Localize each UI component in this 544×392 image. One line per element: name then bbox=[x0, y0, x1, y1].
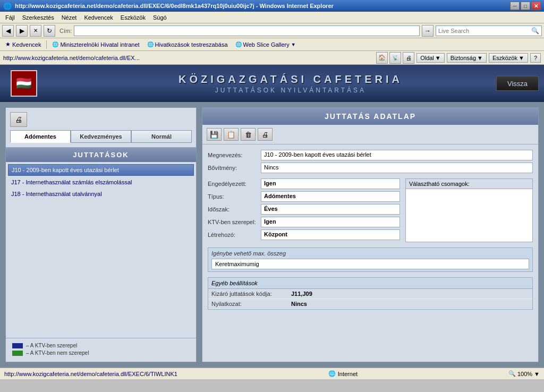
toolbar-icons: 🏠 📡 🖨 bbox=[376, 52, 414, 64]
favorites-button[interactable]: ★ Kedvencek bbox=[3, 40, 43, 48]
eszközök-button[interactable]: Eszközök ▼ bbox=[489, 53, 528, 63]
zoom-control: 🔍 100% ▼ bbox=[508, 370, 540, 377]
back-button[interactable]: ◀ bbox=[2, 25, 14, 37]
left-panel-top: 🖨 Adómentes Kedvezményes Normál bbox=[6, 108, 196, 148]
address-input[interactable]: http://www.kozigcafeteria.net/demo/cafet… bbox=[74, 25, 420, 36]
list-item-j18[interactable]: J18 - Internethasználat utalvánnyal bbox=[8, 189, 194, 199]
legend-color-green bbox=[12, 351, 23, 356]
app-title: KÖZIGAZGATÁSI CAFETERIA bbox=[48, 73, 533, 86]
right-panel: JUTTATÁS ADATLAP 💾 📋 🗑 🖨 Megnevezés: J10… bbox=[202, 107, 539, 362]
igeny-header: Igénybe vehető max. összeg bbox=[211, 250, 529, 257]
field-label-4: Létrehozó: bbox=[208, 232, 261, 238]
tab-kedvezmenyes[interactable]: Kedvezményes bbox=[71, 130, 131, 143]
megnevezes-row: Megnevezés: J10 - 2009-ben kapott éves u… bbox=[208, 150, 533, 160]
zoom-icon[interactable]: 🔍 bbox=[508, 370, 516, 377]
field-label-0: Engedélyezett: bbox=[208, 181, 261, 187]
egyeb-header: Egyéb beállítások bbox=[208, 278, 532, 289]
forward-button[interactable]: ▶ bbox=[16, 25, 28, 37]
field-value-1: Adómentes bbox=[261, 191, 400, 202]
field-value-3: Igen bbox=[261, 217, 400, 227]
valaszthato-box: Választható csomagok: bbox=[405, 178, 533, 242]
rt-copy-button[interactable]: 📋 bbox=[224, 128, 239, 141]
internet-icon: 🌐 bbox=[328, 370, 336, 377]
egyeb-label-1: Nyilatkozat: bbox=[211, 301, 291, 307]
content-area: 🖨 Adómentes Kedvezményes Normál JUTTATÁS… bbox=[0, 102, 544, 368]
menu-help[interactable]: Súgó bbox=[150, 13, 170, 22]
page-button[interactable]: Oldal ▼ bbox=[416, 53, 445, 63]
vissza-button[interactable]: Vissza bbox=[496, 76, 539, 91]
field-row-4: Létrehozó: Központ bbox=[208, 229, 400, 240]
menu-edit[interactable]: Szerkesztés bbox=[19, 13, 57, 22]
search-input[interactable] bbox=[438, 28, 531, 34]
legend-label-blue: – A KTV-ben szerepel bbox=[26, 343, 77, 348]
list-item-j17[interactable]: J17 - Internethasználat számlás elszámol… bbox=[8, 177, 194, 188]
close-button[interactable]: ✕ bbox=[531, 2, 541, 10]
app-header: 🇭🇺 KÖZIGAZGATÁSI CAFETERIA JUTTATÁSOK NY… bbox=[0, 65, 544, 102]
title-bar: 🌐 http://www.kozigcafeteria.net/demo/caf… bbox=[0, 0, 544, 12]
help-button[interactable]: ? bbox=[530, 53, 541, 63]
legend-item-green: – A KTV-ben nem szerepel bbox=[12, 350, 190, 356]
valaszthato-content bbox=[406, 189, 532, 232]
print-button[interactable]: 🖨 bbox=[10, 112, 27, 127]
rt-delete-button[interactable]: 🗑 bbox=[241, 128, 256, 141]
second-toolbar: http://www.kozigcafeteria.net/demo/cafet… bbox=[0, 51, 544, 65]
list-item-j10[interactable]: J10 - 2009-ben kapott éves utazási bérle… bbox=[8, 164, 194, 176]
menu-file[interactable]: Fájl bbox=[2, 13, 18, 22]
toolbar-right: 🏠 📡 🖨 Oldal ▼ Biztonság ▼ Eszközök ▼ ? bbox=[376, 52, 541, 64]
tab-row: Adómentes Kedvezményes Normál bbox=[10, 130, 192, 143]
menu-tools[interactable]: Eszközök bbox=[117, 13, 149, 22]
maximize-button[interactable]: □ bbox=[521, 2, 530, 10]
legend-color-blue bbox=[12, 343, 23, 348]
favorites-bar: ★ Kedvencek 🌐 Miniszterelnöki Hivatal in… bbox=[0, 38, 544, 51]
fav-item-ministerium[interactable]: 🌐 Miniszterelnöki Hivatal intranet bbox=[50, 41, 141, 48]
field-value-2: Éves bbox=[261, 204, 400, 215]
refresh-button[interactable]: ↻ bbox=[44, 25, 55, 37]
field-row-2: Időszak: Éves bbox=[208, 204, 400, 215]
title-text: http://www.kozigcafeteria.net/demo/cafet… bbox=[15, 3, 510, 9]
field-label-1: Típus: bbox=[208, 193, 261, 200]
print-icon[interactable]: 🖨 bbox=[403, 52, 414, 64]
form-content: Megnevezés: J10 - 2009-ben kapott éves u… bbox=[202, 144, 538, 362]
bovitmeny-value: Nincs bbox=[261, 163, 533, 173]
security-button[interactable]: Biztonság ▼ bbox=[447, 53, 487, 63]
favorites-label: Kedvencek bbox=[12, 41, 41, 48]
window-buttons: ─ □ ✕ bbox=[510, 2, 541, 10]
status-bar: http://www.kozigcafeteria.net/demo/cafet… bbox=[0, 368, 544, 379]
minimize-button[interactable]: ─ bbox=[510, 2, 520, 10]
app-icon: 🌐 bbox=[3, 2, 12, 10]
security-dropdown-icon: ▼ bbox=[477, 55, 483, 61]
field-value-0: Igen bbox=[261, 178, 400, 189]
menu-view[interactable]: Nézet bbox=[58, 13, 80, 22]
rss-icon[interactable]: 📡 bbox=[389, 52, 401, 64]
megnevezes-label: Megnevezés: bbox=[208, 152, 261, 158]
valaszthato-header: Választható csomagok: bbox=[406, 179, 532, 189]
igeny-section: Igénybe vehető max. összeg Keretmaximumi… bbox=[208, 248, 533, 272]
legend-item-blue: – A KTV-ben szerepel bbox=[12, 343, 190, 348]
fav-label-1: Miniszterelnöki Hivatal intranet bbox=[60, 41, 139, 48]
field-value-4: Központ bbox=[261, 229, 400, 240]
right-panel-header: JUTTATÁS ADATLAP bbox=[202, 108, 538, 125]
bovitmeny-row: Bővítmény: Nincs bbox=[208, 163, 533, 173]
rt-save-button[interactable]: 💾 bbox=[207, 128, 222, 141]
rt-print-button[interactable]: 🖨 bbox=[258, 128, 273, 141]
fav-item-hivatkozasok[interactable]: 🌐 Hivatkozások testreszabása bbox=[145, 41, 230, 48]
field-row-0: Engedélyezett: Igen bbox=[208, 178, 400, 189]
home-icon[interactable]: 🏠 bbox=[376, 52, 388, 64]
search-icon[interactable]: 🔍 bbox=[531, 27, 539, 35]
zoom-dropdown-icon[interactable]: ▼ bbox=[534, 371, 540, 377]
status-zone: Internet bbox=[338, 371, 358, 377]
menu-favorites[interactable]: Kedvencek bbox=[81, 13, 116, 22]
fav-item-webslice[interactable]: 🌐 Web Slice Gallery ▼ bbox=[233, 41, 298, 48]
left-panel: 🖨 Adómentes Kedvezményes Normál JUTTATÁS… bbox=[5, 107, 197, 362]
search-box: 🔍 bbox=[436, 25, 542, 36]
page-icon-2: 🌐 bbox=[147, 41, 154, 47]
app-logo: 🇭🇺 bbox=[11, 70, 37, 97]
megnevezes-value: J10 - 2009-ben kapott éves utazási bérle… bbox=[261, 150, 533, 160]
tab-normal[interactable]: Normál bbox=[131, 130, 192, 143]
stop-button[interactable]: ✕ bbox=[30, 25, 41, 37]
current-url-display[interactable]: http://www.kozigcafeteria.net/demo/cafet… bbox=[3, 55, 140, 61]
field-label-3: KTV-ben szerepel: bbox=[208, 219, 261, 225]
tab-adomentes[interactable]: Adómentes bbox=[10, 130, 71, 143]
status-url: http://www.kozigcafeteria.net/demo/cafet… bbox=[4, 371, 177, 377]
go-button[interactable]: → bbox=[422, 25, 434, 37]
